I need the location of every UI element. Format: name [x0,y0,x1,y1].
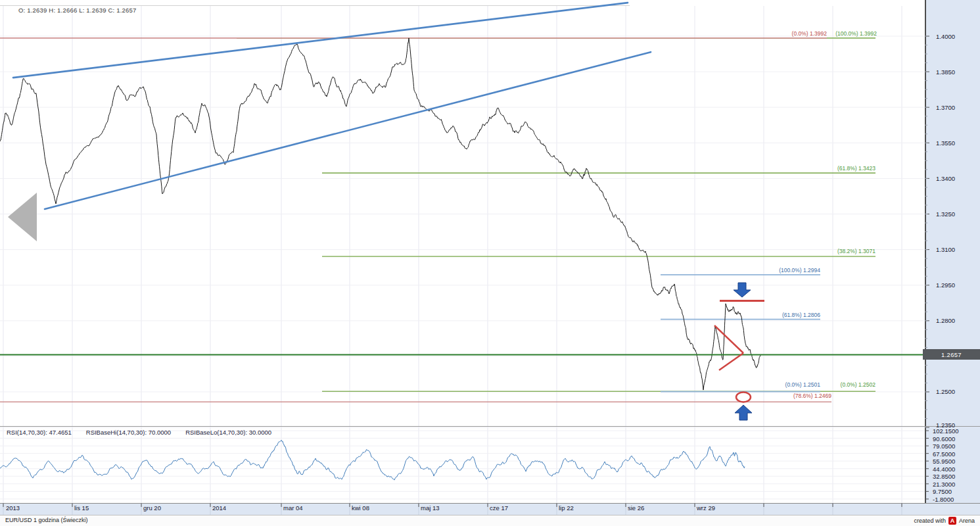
scroll-left-arrow-button[interactable] [8,193,37,241]
brand-credit: created with A Arena [914,517,975,525]
rsi-axis-label: 102.1500 [933,427,959,435]
time-axis-label: mar 04 [283,504,303,512]
price-axis-label: 1.2800 [936,317,955,324]
rsi-axis-label: 67.5000 [933,450,955,458]
trend-lines[interactable] [13,3,651,209]
rsi-axis-label: 90.6000 [933,435,955,442]
wedge-annotation-lower-line[interactable] [719,353,743,370]
rsi-value-readout: RSI(14,70,30): 47.4651 [7,429,72,436]
rsi-basehi-readout: RSIBaseHi(14,70,30): 70.0000 [86,429,171,436]
fib-label-green-100pct: (100.0%) 1.3992 [829,30,877,37]
price-axis-label: 1.2950 [936,281,955,289]
time-axis-label: wrz 29 [697,504,715,512]
brand-name-label: Arena [959,517,975,524]
time-axis-label: cze 17 [490,504,508,512]
fib-label-blue-618: (61.8%) 1.2806 [772,312,820,318]
time-axis-label: 2014 [212,504,226,512]
price-axis-label: 1.3550 [936,139,955,147]
fib-label-red-786: (78.6%) 1.2469 [774,393,831,399]
chart-canvas[interactable] [0,0,980,526]
ohlc-readout: O: 1.2639 H: 1.2666 L: 1.2639 C: 1.2657 [18,7,136,14]
rsi-axis-label: -1.8000 [933,496,954,503]
rsi-axis-label: 9.7500 [933,488,952,495]
fib-label-green-618: (61.8%) 1.3423 [827,165,875,172]
rsi-axis-label: 55.9500 [933,458,955,465]
fib-label-green-0: (0.0%) 1.2502 [827,381,875,388]
target-circle-annotation[interactable] [736,393,751,402]
time-axis-label: lis 15 [74,504,89,512]
current-price-badge: 1.2657 [923,349,980,360]
time-axis-label: kwi 08 [352,504,369,512]
rsi-axis-label: 21.3000 [933,481,955,488]
rsi-axis-label: 79.0500 [933,442,955,450]
price-axis-label: 1.3100 [936,246,955,253]
arena-logo-icon: A [948,517,956,525]
price-axis-label: 1.3700 [936,104,955,111]
price-axis-label: 1.4000 [936,33,955,40]
time-axis-label: 2013 [6,504,20,512]
fib-label-red-0pct: (0.0%) 1.3992 [753,30,827,37]
created-with-label: created with [914,517,946,524]
instrument-status-label: EUR/USD 1 godzina (Świeczki) [5,517,88,523]
rsi-axis-label: 32.8500 [933,473,955,480]
fibonacci-level-lines[interactable] [0,38,875,402]
gridlines [0,6,925,515]
time-axis-label: lip 22 [559,504,574,512]
price-axis-label: 1.3250 [936,210,955,218]
fib-label-blue-0: (0.0%) 1.2501 [772,381,820,388]
time-axis-label: maj 13 [421,504,440,512]
time-axis-label: gru 20 [143,504,161,512]
price-axis-label: 1.2500 [936,388,955,395]
rsi-baselo-readout: RSIBaseLo(14,70,30): 30.0000 [185,429,271,436]
wedge-annotation-upper-line[interactable] [714,325,743,353]
price-axis-label: 1.3850 [936,68,955,76]
fib-label-blue-100: (100.0%) 1.2994 [772,267,820,274]
price-axis-label: 1.3400 [936,175,955,182]
up-arrow-icon[interactable] [735,405,752,420]
chart-application-window: O: 1.2639 H: 1.2666 L: 1.2639 C: 1.2657 … [0,0,980,526]
rsi-indicator-header: RSI(14,70,30): 47.4651RSIBaseHi(14,70,30… [7,429,286,436]
time-axis-label: sie 26 [628,504,644,512]
rsi-axis-label: 44.4000 [933,466,955,473]
fib-label-green-382: (38.2%) 1.3071 [827,248,875,254]
